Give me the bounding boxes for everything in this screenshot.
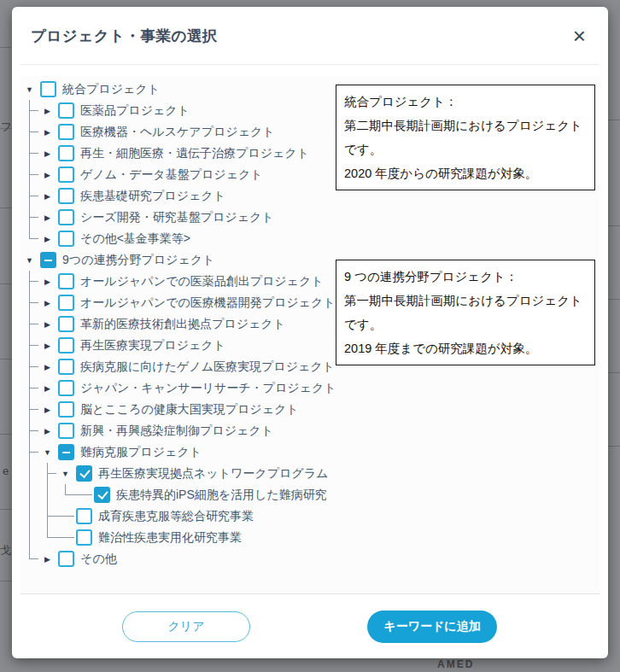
dialog-title: プロジェクト・事業の選択 xyxy=(31,26,218,46)
expand-icon[interactable]: ▶ xyxy=(38,399,56,420)
checkbox-unchecked[interactable] xyxy=(76,529,92,546)
checkbox-unchecked[interactable] xyxy=(58,188,74,204)
info-box-line: 統合プロジェクト： xyxy=(344,90,587,114)
backdrop-line xyxy=(608,299,620,300)
tree-node[interactable]: ▼難病克服プロジェクト xyxy=(20,441,600,463)
checkbox-unchecked[interactable] xyxy=(58,209,74,225)
tree-node-label[interactable]: 疾患基礎研究プロジェクト xyxy=(80,189,225,204)
tree-node-label[interactable]: ゲノム・データ基盤プロジェクト xyxy=(80,167,263,183)
tree-node-label[interactable]: その他<基金事業等> xyxy=(80,231,190,247)
backdrop-line xyxy=(608,225,620,226)
checkbox-checked[interactable] xyxy=(76,465,92,482)
tree-node-label[interactable]: 医療機器・ヘルスケアプロジェクト xyxy=(80,125,275,140)
tree-node[interactable]: 難治性疾患実用化研究事業 xyxy=(20,527,600,548)
tree-node[interactable]: ▶脳とこころの健康大国実現プロジェクト xyxy=(20,399,600,420)
tree-node[interactable]: ▶ジャパン・キャンサーリサーチ・プロジェクト xyxy=(20,377,600,399)
tree-connector xyxy=(20,441,38,463)
tree-node-label[interactable]: オールジャパンでの医薬品創出プロジェクト xyxy=(80,274,324,289)
backdrop-line xyxy=(0,581,12,581)
checkbox-unchecked[interactable] xyxy=(58,231,74,247)
info-box-line: 2020 年度からの研究課題が対象。 xyxy=(344,161,587,185)
info-box-line: 第二期中長期計画期におけるプロジェクトです。 xyxy=(344,114,587,161)
expand-icon[interactable]: ▶ xyxy=(38,377,56,399)
expand-icon[interactable]: ▶ xyxy=(38,121,56,143)
collapse-icon[interactable]: ▼ xyxy=(38,441,56,463)
checkbox-checked[interactable] xyxy=(94,487,110,503)
add-to-keyword-button[interactable]: キーワードに追加 xyxy=(367,611,497,643)
tree-node[interactable]: ▶シーズ開発・研究基盤プロジェクト xyxy=(20,207,600,228)
tree-node-label[interactable]: 疾患特異的iPS細胞を活用した難病研究 xyxy=(116,488,327,503)
expand-icon[interactable]: ▶ xyxy=(38,228,56,249)
checkbox-unchecked[interactable] xyxy=(58,145,74,161)
collapse-icon[interactable]: ▼ xyxy=(20,249,38,271)
checkbox-unchecked[interactable] xyxy=(58,124,74,140)
expand-icon[interactable]: ▶ xyxy=(38,271,56,292)
expand-icon[interactable]: ▶ xyxy=(38,143,56,164)
tree-connector xyxy=(20,185,38,207)
collapse-icon[interactable]: ▼ xyxy=(20,79,38,100)
tree-node[interactable]: ▼再生医療実現拠点ネットワークプログラム xyxy=(20,463,600,484)
checkbox-unchecked[interactable] xyxy=(58,380,74,396)
tree-node-label[interactable]: 難治性疾患実用化研究事業 xyxy=(98,530,242,546)
tree-node-label[interactable]: 医薬品プロジェクト xyxy=(80,103,190,119)
clear-button[interactable]: クリア xyxy=(122,611,250,642)
tree-node-label[interactable]: 再生医療実現拠点ネットワークプログラム xyxy=(98,466,328,482)
tree-node[interactable]: ▶その他 xyxy=(20,548,600,570)
expand-icon[interactable]: ▶ xyxy=(38,313,56,335)
tree-node-label[interactable]: 脳とこころの健康大国実現プロジェクト xyxy=(80,402,299,418)
expand-icon[interactable]: ▶ xyxy=(38,207,56,228)
checkbox-unchecked[interactable] xyxy=(76,508,92,524)
expand-icon[interactable]: ▶ xyxy=(38,335,56,356)
checkbox-unchecked[interactable] xyxy=(58,337,74,354)
tree-node-label[interactable]: 統合プロジェクト xyxy=(62,82,160,97)
tree-node-label[interactable]: シーズ開発・研究基盤プロジェクト xyxy=(80,210,274,225)
tree-node[interactable]: 成育疾患克服等総合研究事業 xyxy=(20,505,600,527)
tree-connector xyxy=(20,548,38,570)
checkbox-unchecked[interactable] xyxy=(58,359,74,375)
expand-icon[interactable]: ▶ xyxy=(38,100,56,121)
tree-node-label[interactable]: その他 xyxy=(80,552,117,567)
tree-node[interactable]: ▶その他<基金事業等> xyxy=(20,228,600,249)
checkbox-unchecked[interactable] xyxy=(58,423,74,439)
tree-node-label[interactable]: ジャパン・キャンサーリサーチ・プロジェクト xyxy=(80,381,336,396)
expand-icon[interactable]: ▶ xyxy=(38,292,56,313)
tree-node-label[interactable]: 革新的医療技術創出拠点プロジェクト xyxy=(80,317,285,332)
checkbox-unchecked[interactable] xyxy=(58,273,74,289)
tree-connector xyxy=(20,228,38,249)
checkbox-unchecked[interactable] xyxy=(40,81,56,97)
amed-logo-text: AMED xyxy=(437,658,474,670)
close-icon[interactable]: × xyxy=(570,25,589,47)
tree-node-label[interactable]: 9つの連携分野プロジェクト xyxy=(62,253,214,268)
checkbox-unchecked[interactable] xyxy=(58,102,74,119)
tree-connector xyxy=(20,100,38,121)
tree-connector xyxy=(20,399,38,420)
backdrop-line xyxy=(608,446,620,447)
checkbox-unchecked[interactable] xyxy=(58,551,74,567)
expand-icon[interactable]: ▶ xyxy=(38,164,56,185)
expand-icon[interactable]: ▶ xyxy=(38,420,56,441)
expand-icon[interactable]: ▶ xyxy=(38,185,56,207)
tree-connector xyxy=(20,356,38,377)
tree-node[interactable]: 疾患特異的iPS細胞を活用した難病研究 xyxy=(20,484,600,505)
backdrop-line xyxy=(0,207,12,208)
checkbox-indeterminate[interactable] xyxy=(58,444,74,460)
expand-icon[interactable]: ▶ xyxy=(38,548,56,570)
tree-connector-extension xyxy=(56,505,74,527)
checkbox-unchecked[interactable] xyxy=(58,167,74,183)
collapse-icon[interactable]: ▼ xyxy=(56,463,74,484)
tree-node-label[interactable]: 再生医療実現プロジェクト xyxy=(80,338,225,354)
tree-node-label[interactable]: 成育疾患克服等総合研究事業 xyxy=(98,509,254,524)
expand-icon[interactable]: ▶ xyxy=(38,356,56,377)
checkbox-indeterminate[interactable] xyxy=(40,252,56,268)
tree-node-label[interactable]: 難病克服プロジェクト xyxy=(80,445,202,460)
backdrop-line xyxy=(0,359,12,359)
tree-node-label[interactable]: 新興・再興感染症制御プロジェクト xyxy=(80,424,273,439)
checkbox-unchecked[interactable] xyxy=(58,316,74,332)
checkbox-unchecked[interactable] xyxy=(58,295,74,311)
tree-node-label[interactable]: オールジャパンでの医療機器開発プロジェクト xyxy=(80,295,336,311)
tree-node[interactable]: ▶新興・再興感染症制御プロジェクト xyxy=(20,420,600,441)
tree-node-label[interactable]: 再生・細胞医療・遺伝子治療プロジェクト xyxy=(80,146,309,161)
checkbox-unchecked[interactable] xyxy=(58,401,74,418)
backdrop-line xyxy=(0,434,12,435)
tree-node-label[interactable]: 疾病克服に向けたゲノム医療実現プロジェクト xyxy=(80,359,335,375)
